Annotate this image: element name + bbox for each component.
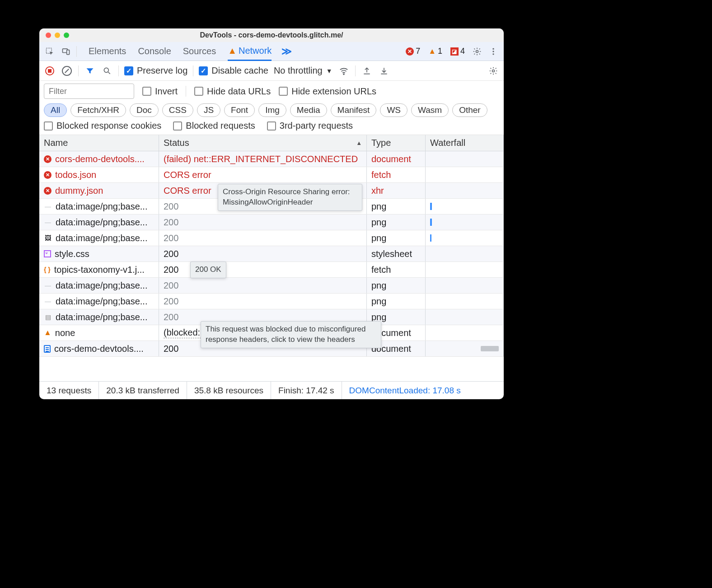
tabs-overflow-button[interactable]: ≫: [281, 46, 292, 57]
cell-type: xhr: [367, 183, 426, 198]
type-chip-media[interactable]: Media: [290, 103, 327, 117]
tab-console[interactable]: Console: [138, 42, 171, 60]
type-chip-manifest[interactable]: Manifest: [331, 103, 377, 117]
placeholder-icon: —: [44, 281, 52, 289]
tab-sources[interactable]: Sources: [183, 42, 216, 60]
type-chip-doc[interactable]: Doc: [130, 103, 159, 117]
blocked-cookies-checkbox[interactable]: Blocked response cookies: [44, 121, 161, 131]
table-row[interactable]: { }topics-taxonomy-v1.j...200fetch: [39, 262, 504, 278]
filter-icon[interactable]: [84, 65, 96, 77]
table-row[interactable]: 🖼data:image/png;base...200png: [39, 230, 504, 246]
third-party-checkbox[interactable]: 3rd-party requests: [267, 121, 353, 131]
waterfall-bar: [430, 219, 432, 226]
table-row[interactable]: —data:image/png;base...200png: [39, 294, 504, 309]
request-name: data:image/png;base...: [56, 217, 147, 228]
type-chip-css[interactable]: CSS: [162, 103, 193, 117]
type-chip-other[interactable]: Other: [452, 103, 487, 117]
upload-har-icon[interactable]: [361, 65, 373, 77]
checkbox-icon: [267, 121, 276, 131]
network-conditions-icon[interactable]: [338, 65, 350, 77]
hide-extension-urls-checkbox[interactable]: Hide extension URLs: [279, 86, 376, 97]
table-row[interactable]: ✕todos.jsonCORS errorfetch: [39, 167, 504, 183]
more-icon[interactable]: [487, 46, 499, 57]
svg-point-3: [476, 50, 478, 52]
column-type[interactable]: Type: [367, 135, 426, 151]
close-window-button[interactable]: [46, 33, 51, 38]
blocked-requests-label: Blocked requests: [186, 121, 255, 131]
cell-name: 🖼data:image/png;base...: [39, 230, 159, 246]
type-chip-font[interactable]: Font: [224, 103, 255, 117]
type-chip-wasm[interactable]: Wasm: [411, 103, 449, 117]
error-icon: ✕: [44, 187, 52, 195]
type-chip-all[interactable]: All: [44, 103, 67, 117]
issues-indicator[interactable]: ◪4: [450, 47, 465, 56]
check-icon: ✓: [124, 66, 133, 75]
hide-data-urls-checkbox[interactable]: Hide data URLs: [194, 86, 271, 97]
cell-status: 200: [159, 278, 367, 293]
cell-waterfall: [426, 199, 504, 214]
table-header: Name Status Type Waterfall: [39, 135, 504, 151]
disable-cache-label: Disable cache: [211, 65, 268, 76]
filter-input[interactable]: [44, 84, 134, 99]
blocked-filters-row: Blocked response cookies Blocked request…: [39, 119, 504, 135]
request-name: todos.json: [55, 170, 96, 180]
type-chip-ws[interactable]: WS: [380, 103, 408, 117]
blocked-requests-checkbox[interactable]: Blocked requests: [173, 121, 255, 131]
svg-rect-2: [67, 50, 70, 54]
cell-waterfall: [426, 167, 504, 182]
cors-tooltip: Cross-Origin Resource Sharing error: Mis…: [218, 184, 362, 211]
column-name[interactable]: Name: [39, 135, 159, 151]
status-resources: 35.8 kB resources: [187, 382, 271, 399]
separator: [78, 65, 79, 76]
cell-name: —data:image/png;base...: [39, 278, 159, 293]
type-filter-chips: AllFetch/XHRDocCSSJSFontImgMediaManifest…: [39, 102, 504, 119]
checkbox-icon: [44, 121, 53, 131]
throttling-select[interactable]: No throttling ▼: [274, 65, 333, 76]
cell-waterfall: [426, 278, 504, 293]
document-icon: [44, 345, 51, 353]
type-chip-img[interactable]: Img: [258, 103, 286, 117]
download-har-icon[interactable]: [378, 65, 390, 77]
errors-indicator[interactable]: ✕7: [406, 47, 420, 56]
record-button[interactable]: [44, 65, 56, 77]
checkbox-icon: [194, 87, 203, 96]
column-waterfall[interactable]: Waterfall: [426, 135, 504, 151]
cell-waterfall: [426, 215, 504, 230]
request-name: data:image/png;base...: [56, 296, 147, 307]
preserve-log-checkbox[interactable]: ✓Preserve log: [124, 65, 187, 76]
table-row[interactable]: style.css200stylesheet: [39, 246, 504, 262]
search-icon[interactable]: [101, 65, 113, 77]
table-row[interactable]: ✕cors-demo-devtools....(failed) net::ERR…: [39, 151, 504, 167]
status-finish: Finish: 17.42 s: [271, 382, 342, 399]
type-chip-js[interactable]: JS: [197, 103, 220, 117]
tab-elements[interactable]: Elements: [89, 42, 126, 60]
stylesheet-icon: [44, 250, 51, 257]
cell-type: document: [367, 151, 426, 167]
cell-waterfall: [426, 246, 504, 261]
minimize-window-button[interactable]: [55, 33, 60, 38]
network-toolbar: ✓Preserve log ✓Disable cache No throttli…: [39, 61, 504, 81]
maximize-window-button[interactable]: [64, 33, 69, 38]
table-row[interactable]: —data:image/png;base...200png: [39, 215, 504, 230]
disable-cache-checkbox[interactable]: ✓Disable cache: [199, 65, 268, 76]
request-name: style.css: [55, 249, 89, 259]
invert-checkbox[interactable]: Invert: [142, 86, 178, 97]
settings-icon[interactable]: [487, 65, 499, 77]
tab-network[interactable]: ▲Network: [228, 42, 272, 61]
type-chip-fetchxhr[interactable]: Fetch/XHR: [70, 103, 126, 117]
inspect-element-icon[interactable]: [44, 46, 56, 57]
device-toggle-icon[interactable]: [60, 46, 72, 57]
cell-name: style.css: [39, 246, 159, 261]
table-row[interactable]: —data:image/png;base...200png: [39, 278, 504, 294]
warnings-indicator[interactable]: ▲1: [428, 47, 442, 56]
cell-name: ▤data:image/png;base...: [39, 309, 159, 325]
cell-waterfall: [426, 262, 504, 277]
settings-icon[interactable]: [471, 46, 483, 57]
cell-waterfall: [426, 230, 504, 246]
separator: [193, 65, 193, 76]
clear-button[interactable]: [61, 65, 73, 77]
cell-type: fetch: [367, 167, 426, 182]
checkbox-icon: [142, 87, 151, 96]
column-status[interactable]: Status: [159, 135, 367, 151]
blocked-tooltip: This request was blocked due to misconfi…: [201, 321, 381, 348]
